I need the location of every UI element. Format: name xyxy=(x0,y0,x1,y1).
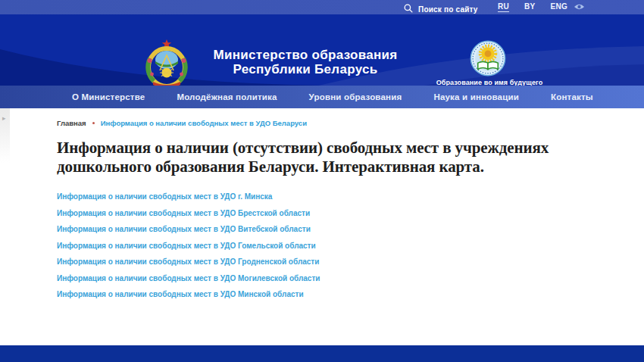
footer-bar xyxy=(0,345,644,362)
nav-item-education-levels[interactable]: Уровни образования xyxy=(309,92,402,101)
link-udo-brest-region[interactable]: Информация о наличии свободных мест в УД… xyxy=(57,205,320,222)
language-switcher: RU BY ENG xyxy=(498,2,567,12)
breadcrumb: Главная Информация о наличии свободных м… xyxy=(57,119,307,127)
search-label: Поиск по сайту xyxy=(418,5,478,14)
link-udo-mogilev-region[interactable]: Информация о наличии свободных мест в УД… xyxy=(57,270,320,287)
page: Поиск по сайту RU BY ENG xyxy=(0,0,644,362)
lang-by[interactable]: BY xyxy=(524,2,536,12)
link-udo-gomel-region[interactable]: Информация о наличии свободных мест в УД… xyxy=(57,238,320,254)
breadcrumb-home-link[interactable]: Главная xyxy=(57,119,86,127)
link-udo-minsk-region[interactable]: Информация о наличии свободных мест в УД… xyxy=(57,286,320,303)
ministry-title-line1: Министерство образования xyxy=(214,48,398,62)
ministry-title[interactable]: Министерство образования Республики Бела… xyxy=(203,48,408,76)
link-udo-minsk-city[interactable]: Информация о наличии свободных мест в УД… xyxy=(57,189,320,205)
top-utility-bar: Поиск по сайту RU BY ENG xyxy=(0,0,644,14)
nav-item-contacts[interactable]: Контакты xyxy=(551,92,593,101)
lang-ru[interactable]: RU xyxy=(498,2,509,12)
region-links-list: Информация о наличии свободных мест в УД… xyxy=(57,189,320,303)
page-title: Информация о наличии (отсутствии) свобод… xyxy=(57,139,644,176)
nav-item-youth-policy[interactable]: Молодёжная политика xyxy=(177,92,277,101)
link-udo-vitebsk-region[interactable]: Информация о наличии свободных мест в УД… xyxy=(57,221,320,238)
nav-item-science-innovation[interactable]: Наука и инновации xyxy=(433,92,519,101)
breadcrumb-separator-dot xyxy=(92,122,95,124)
ministry-title-line2: Республики Беларусь xyxy=(233,62,377,76)
main-navigation: О Министерстве Молодёжная политика Уровн… xyxy=(0,86,644,108)
nav-item-ministry[interactable]: О Министерстве xyxy=(72,92,145,101)
belarus-coat-of-arms-icon xyxy=(143,39,190,86)
link-udo-grodno-region[interactable]: Информация о наличии свободных мест в УД… xyxy=(57,254,320,270)
site-header: Министерство образования Республики Бела… xyxy=(0,14,644,86)
left-edge-scroll-artifact: ▸ xyxy=(0,108,10,163)
lang-eng[interactable]: ENG xyxy=(551,2,568,12)
content-area: ▸ Главная Информация о наличии свободных… xyxy=(0,108,644,345)
ministry-tagline: Образование во имя будущего страны xyxy=(426,79,553,86)
accessibility-eye-icon[interactable] xyxy=(574,3,585,11)
breadcrumb-current-page[interactable]: Информация о наличии свободных мест в УД… xyxy=(101,119,307,127)
education-sunflower-emblem-icon xyxy=(470,40,506,76)
